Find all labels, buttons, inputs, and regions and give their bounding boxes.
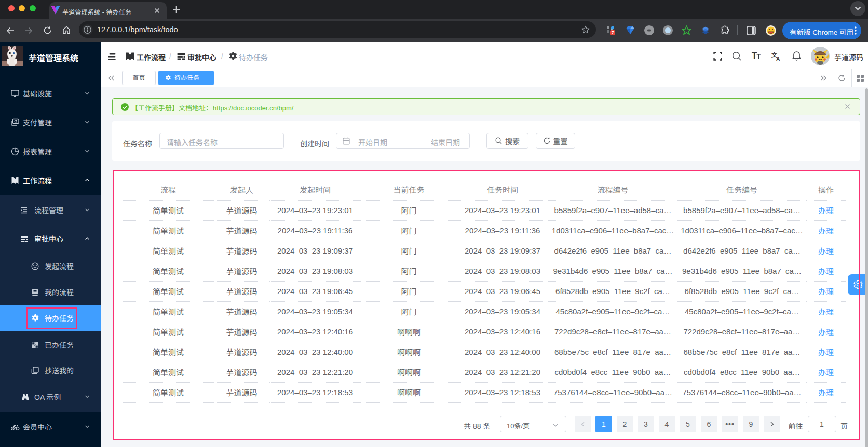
svg-text:A: A — [776, 56, 780, 61]
svg-text:7: 7 — [612, 30, 614, 35]
